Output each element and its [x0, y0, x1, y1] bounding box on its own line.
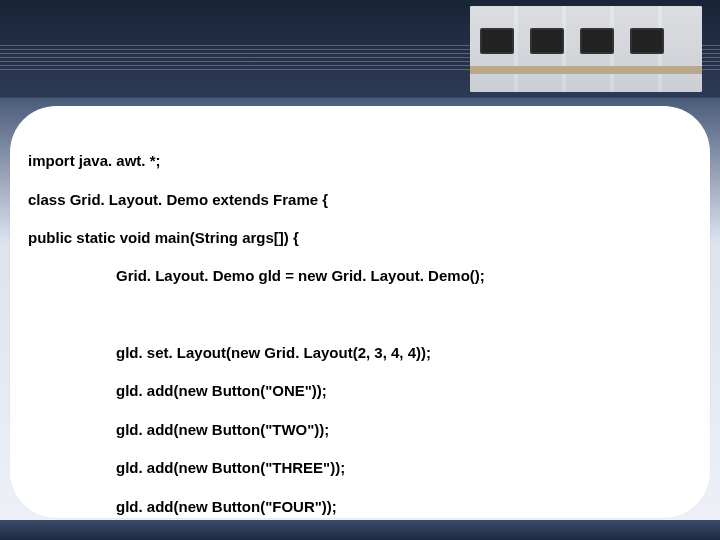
code-line: Grid. Layout. Demo gld = new Grid. Layou…: [28, 266, 692, 285]
code-line: gld. set. Layout(new Grid. Layout(2, 3, …: [28, 343, 692, 362]
code-line: import java. awt. *;: [28, 151, 692, 170]
code-line: class Grid. Layout. Demo extends Frame {: [28, 190, 692, 209]
monitor-icon: [480, 28, 514, 54]
monitor-icon: [630, 28, 664, 54]
code-line: gld. add(new Button("ONE"));: [28, 381, 692, 400]
content-card: import java. awt. *; class Grid. Layout.…: [10, 106, 710, 518]
code-line: gld. add(new Button("THREE"));: [28, 458, 692, 477]
slide-footer: [0, 520, 720, 540]
code-block: import java. awt. *; class Grid. Layout.…: [28, 132, 692, 540]
desk-surface: [470, 66, 702, 74]
header-photo-computers: [470, 6, 702, 92]
monitor-icon: [530, 28, 564, 54]
monitor-icon: [580, 28, 614, 54]
code-line: gld. add(new Button("TWO"));: [28, 420, 692, 439]
code-line: gld. add(new Button("FOUR"));: [28, 497, 692, 516]
code-line: public static void main(String args[]) {: [28, 228, 692, 247]
blank-line: [28, 305, 692, 324]
slide-header: [0, 0, 720, 98]
